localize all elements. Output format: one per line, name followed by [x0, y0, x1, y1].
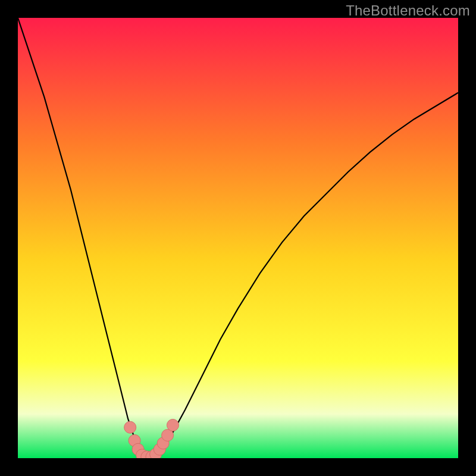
curve-marker	[167, 419, 178, 431]
watermark-text: TheBottleneck.com	[346, 2, 470, 19]
curve-marker	[124, 421, 136, 433]
plot-area	[18, 18, 458, 458]
chart-frame: TheBottleneck.com	[0, 0, 476, 476]
gradient-background	[18, 18, 458, 458]
chart-svg	[18, 18, 458, 458]
